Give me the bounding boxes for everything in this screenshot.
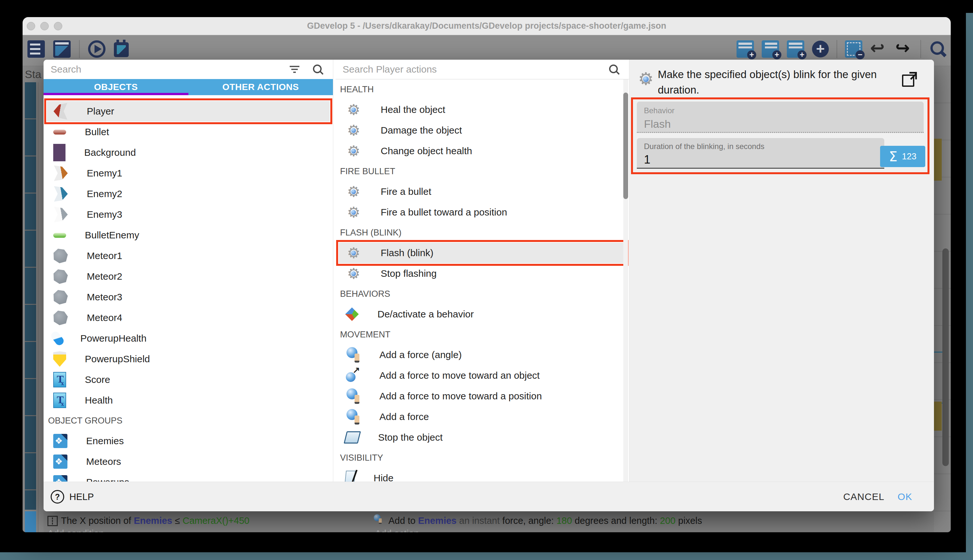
event-text-part: 200 bbox=[660, 515, 676, 526]
expression-editor-button[interactable]: Σ 123 bbox=[880, 146, 925, 167]
list-item-label: Meteor4 bbox=[87, 312, 122, 323]
actions-search-row bbox=[335, 60, 629, 79]
list-item[interactable]: Powerups bbox=[47, 472, 330, 482]
duration-field-label: Duration of the blinking, in seconds bbox=[644, 142, 765, 151]
list-item-label: Score bbox=[85, 374, 110, 385]
open-in-new-icon[interactable] bbox=[902, 72, 917, 87]
list-item-label: Powerups bbox=[86, 477, 129, 482]
tab-objects[interactable]: OBJECTS bbox=[43, 79, 188, 95]
list-item[interactable]: Meteor4 bbox=[47, 307, 330, 328]
add-circle-icon[interactable] bbox=[812, 41, 829, 57]
events-column-divider bbox=[38, 82, 38, 532]
list-item[interactable]: Meteors bbox=[47, 451, 330, 472]
duration-field[interactable]: Duration of the blinking, in seconds 1 bbox=[637, 138, 884, 169]
list-item[interactable]: PowerupHealth bbox=[47, 328, 330, 349]
list-item[interactable]: Meteor1 bbox=[47, 245, 330, 266]
action-detail-panel: Make the specified object(s) blink for t… bbox=[629, 60, 934, 482]
toolbar-separator bbox=[920, 40, 921, 58]
list-item[interactable]: Enemy1 bbox=[47, 163, 330, 183]
action-description: Make the specified object(s) blink for t… bbox=[658, 67, 884, 98]
highlighted-event-row bbox=[934, 139, 942, 181]
list-item[interactable]: Add a force to move toward a position bbox=[339, 386, 626, 407]
list-item[interactable]: Enemy3 bbox=[47, 204, 330, 225]
desktop-edge bbox=[966, 13, 973, 560]
list-item-label: Meteors bbox=[86, 456, 121, 467]
list-item-label: De/activate a behavior bbox=[377, 309, 474, 320]
list-item-label: Enemy1 bbox=[87, 168, 122, 179]
list-item[interactable]: Enemy2 bbox=[47, 183, 330, 204]
undo-icon[interactable] bbox=[870, 40, 888, 58]
gear-icon bbox=[345, 245, 362, 260]
debug-icon[interactable] bbox=[114, 42, 129, 57]
list-item-label: Change object health bbox=[381, 145, 472, 157]
list-item[interactable]: PowerupShield bbox=[47, 349, 330, 369]
list-item[interactable]: Fire a bullet toward a position bbox=[339, 202, 626, 223]
list-item[interactable]: Change object health bbox=[339, 141, 626, 161]
add-condition-link[interactable]: Add condition bbox=[47, 528, 104, 532]
play-icon[interactable] bbox=[88, 40, 105, 58]
add-comment-icon[interactable] bbox=[762, 40, 779, 58]
redo-icon[interactable] bbox=[895, 40, 913, 58]
event-actions-cell[interactable]: Add to Enemies an instant force, angle: … bbox=[371, 511, 934, 532]
event-text-part: CameraX()+450 bbox=[183, 515, 249, 526]
list-item[interactable]: Heal the object bbox=[339, 99, 626, 120]
event-text-part: Add to bbox=[388, 515, 418, 526]
event-conditions-cell[interactable]: The X position of Enemies ≤ CameraX()+45… bbox=[43, 511, 371, 532]
toolbar-separator bbox=[79, 40, 80, 58]
list-item[interactable]: Add a force to move toward an object bbox=[339, 365, 626, 386]
actions-scrollbar[interactable] bbox=[623, 93, 628, 199]
stop-object-icon bbox=[343, 431, 361, 443]
background-icon bbox=[53, 144, 65, 161]
help-button[interactable]: ? HELP bbox=[51, 482, 94, 511]
list-item[interactable]: Fire a bullet bbox=[339, 181, 626, 202]
list-item[interactable]: Add a force bbox=[339, 407, 626, 427]
list-item[interactable]: Stop the object bbox=[339, 427, 626, 448]
list-item[interactable]: Hide bbox=[339, 468, 626, 482]
filter-icon[interactable] bbox=[290, 66, 299, 74]
tab-other-actions[interactable]: OTHER ACTIONS bbox=[188, 79, 333, 95]
list-item[interactable]: Meteor3 bbox=[47, 287, 330, 307]
dialog-footer: ? HELP CANCEL OK bbox=[43, 482, 934, 511]
group-icon bbox=[53, 475, 67, 482]
list-item[interactable]: De/activate a behavior bbox=[339, 304, 626, 325]
delete-event-icon[interactable] bbox=[845, 40, 862, 58]
event-text-part: Enemies bbox=[134, 515, 172, 526]
scene-editor-icon[interactable] bbox=[53, 40, 71, 58]
selected-event-marker bbox=[25, 511, 36, 532]
list-item-label: Fire a bullet bbox=[381, 186, 432, 197]
cancel-button[interactable]: CANCEL bbox=[836, 482, 892, 511]
event-text-part: degrees and length: bbox=[572, 515, 660, 526]
behavior-icon bbox=[345, 307, 359, 321]
list-item[interactable]: Score bbox=[47, 369, 330, 390]
meteor-icon bbox=[53, 290, 68, 305]
section-header: VISIBILITY bbox=[335, 448, 629, 468]
list-item[interactable]: Enemies bbox=[47, 431, 330, 451]
list-item[interactable]: Player bbox=[47, 101, 330, 122]
list-item[interactable]: Damage the object bbox=[339, 120, 626, 141]
project-manager-icon[interactable] bbox=[27, 40, 45, 58]
list-item[interactable]: Stop flashing bbox=[339, 263, 626, 284]
add-event-icon[interactable] bbox=[736, 40, 754, 58]
list-item[interactable]: Background bbox=[47, 142, 330, 163]
scene-tab-partial[interactable]: Sta bbox=[25, 68, 41, 81]
close-button[interactable] bbox=[27, 22, 35, 30]
add-action-link[interactable]: Add action bbox=[375, 528, 419, 532]
list-item[interactable]: BulletEnemy bbox=[47, 225, 330, 245]
actions-search-input[interactable] bbox=[335, 60, 629, 79]
list-item-label: Enemy2 bbox=[87, 188, 122, 199]
list-item[interactable]: Add a force (angle) bbox=[339, 345, 626, 365]
list-item[interactable]: Flash (blink) bbox=[339, 243, 626, 263]
help-label: HELP bbox=[69, 492, 94, 502]
section-header: FLASH (BLINK) bbox=[335, 223, 629, 243]
search-icon bbox=[608, 64, 620, 75]
list-item[interactable]: Meteor2 bbox=[47, 266, 330, 287]
behavior-field: Behavior Flash bbox=[637, 102, 924, 133]
events-scrollbar[interactable] bbox=[942, 248, 949, 466]
search-big-icon[interactable] bbox=[929, 40, 946, 58]
list-item[interactable]: Bullet bbox=[47, 122, 330, 142]
zoom-button[interactable] bbox=[54, 22, 62, 30]
add-subevent-icon[interactable] bbox=[787, 40, 804, 58]
list-item[interactable]: Health bbox=[47, 390, 330, 411]
ok-button[interactable]: OK bbox=[892, 482, 918, 511]
minimize-button[interactable] bbox=[40, 22, 49, 30]
